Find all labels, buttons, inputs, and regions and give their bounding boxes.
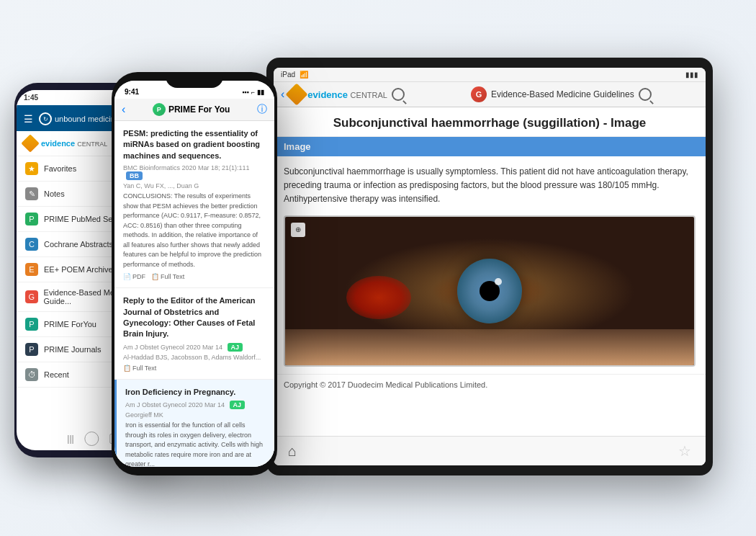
tablet-article-description: Subconjunctival haemmorrhage is usually … — [274, 156, 706, 215]
article-badge: AJ — [230, 401, 246, 409]
article-badge: BB — [126, 171, 143, 180]
eye-iris — [457, 259, 522, 323]
phone-wifi-icon: ⌐ — [251, 89, 255, 96]
tablet-article-title: Subconjunctival haemmorrhage (suggillati… — [274, 107, 706, 137]
prime-pubmed-icon: P — [25, 213, 38, 225]
prime-foryou-icon: P — [25, 318, 38, 331]
pdf-link[interactable]: 📄 PDF — [123, 273, 145, 280]
phone-nav-bar: ‹ P PRIME For You ⓘ — [114, 99, 274, 121]
bottom-bars-icon[interactable]: ||| — [67, 434, 73, 444]
tablet-bottom-bar: ⌂ ☆ — [274, 436, 706, 465]
article-title: PESM: predicting the essentiality of miR… — [123, 128, 266, 161]
phone-signal-icon: ▪▪▪ — [242, 89, 249, 96]
phone-notch — [166, 72, 223, 88]
article-badge: AJ — [228, 343, 243, 352]
article-meta: Am J Obstet Gynecol 2020 Mar 14 AJ — [125, 401, 266, 409]
tablet-status-left: iPad 📶 — [281, 71, 308, 79]
eye-highlight — [495, 278, 502, 285]
tablet-device: iPad 📶 ▮▮▮ ‹ evidence CENTRAL G — [266, 58, 713, 475]
tablet-nav-left: ‹ evidence CENTRAL — [281, 86, 418, 102]
phone-battery-icon: ▮▮ — [257, 89, 264, 96]
ec-logo-tablet: evidence CENTRAL — [289, 86, 387, 102]
phone-nav-title-text: PRIME For You — [168, 104, 230, 115]
pdf-icon: 📄 — [123, 273, 131, 280]
notes-icon: ✎ — [25, 187, 38, 200]
favorites-icon: ★ — [25, 162, 38, 175]
tablet-nav-bar: ‹ evidence CENTRAL G Evidence-Based Medi… — [274, 82, 706, 107]
tablet-home-icon[interactable]: ⌂ — [288, 443, 297, 460]
tablet-star-icon[interactable]: ☆ — [678, 442, 691, 460]
eye-image[interactable]: ⊕ — [284, 215, 696, 367]
guidelines-g-icon: G — [471, 86, 487, 102]
search-icon-right-tablet[interactable] — [639, 88, 652, 101]
phone-status-right: ▪▪▪ ⌐ ▮▮ — [242, 89, 264, 96]
sidebar-label-recent: Recent — [44, 370, 69, 379]
sidebar-label-prime-journals: PRIME Journals — [44, 345, 101, 354]
sidebar-label-notes: Notes — [44, 189, 65, 198]
ec-diamond-icon — [21, 134, 39, 152]
ebm-guidelines-icon: G — [25, 290, 38, 303]
ec-logo-text: evidence CENTRAL — [41, 139, 107, 148]
list-item[interactable]: PESM: predicting the essentiality of miR… — [114, 121, 274, 288]
article-links: 📄 PDF 📋 Full Text — [123, 273, 266, 280]
ec-diamond-icon-tablet — [286, 83, 308, 105]
bottom-home-icon[interactable] — [85, 432, 99, 446]
phone-back-button[interactable]: ‹ — [122, 103, 125, 116]
list-item[interactable]: Reply to the Editor of the American Jour… — [114, 288, 274, 380]
cochrane-icon: C — [25, 238, 38, 251]
ee-poem-icon: E — [25, 263, 38, 276]
unbound-logo: ↻ unbound medicine — [39, 112, 120, 125]
guidelines-nav-text: Evidence-Based Medicine Guidelines — [491, 89, 634, 99]
prime-journals-icon: P — [25, 343, 38, 356]
tablet-screen: iPad 📶 ▮▮▮ ‹ evidence CENTRAL G — [274, 68, 706, 465]
ec-text-tablet: evidence CENTRAL — [307, 89, 387, 100]
fulltext-link[interactable]: 📋 Full Text — [151, 273, 184, 280]
tablet-back-button[interactable]: ‹ — [281, 88, 284, 101]
tablet-section-header: Image — [274, 137, 706, 156]
fulltext-icon: 📋 — [123, 365, 131, 372]
eye-red-area — [346, 276, 411, 319]
phone-time: 9:41 — [125, 88, 139, 96]
recent-icon: ⏱ — [25, 368, 38, 381]
guidelines-nav: G Evidence-Based Medicine Guidelines — [471, 86, 634, 102]
tablet-status-bar: iPad 📶 ▮▮▮ — [274, 68, 706, 82]
zoom-icon[interactable]: ⊕ — [291, 223, 305, 237]
tablet-nav-center: G Evidence-Based Medicine Guidelines — [424, 86, 698, 102]
article-authors: Yan C, Wu FX, ..., Duan G — [123, 182, 266, 189]
phone-articles-list: PESM: predicting the essentiality of miR… — [114, 121, 274, 467]
phone-screen: 9:41 ▪▪▪ ⌐ ▮▮ ‹ P PRIME For You ⓘ PESM: … — [114, 81, 274, 467]
foreground-phone: 9:41 ▪▪▪ ⌐ ▮▮ ‹ P PRIME For You ⓘ PESM: … — [112, 72, 277, 475]
search-icon-tablet[interactable] — [392, 88, 405, 101]
eye-lower-lid — [285, 329, 694, 365]
article-meta: BMC Bioinformatics 2020 Mar 18; 21(1):11… — [123, 164, 266, 180]
sidebar-label-ee-poem: EE+ POEM Archive — [44, 265, 113, 274]
article-authors: Georgieff MK — [125, 411, 266, 419]
unbound-circle-icon: ↻ — [39, 112, 52, 125]
prime-for-you-icon: P — [153, 103, 166, 116]
article-title: Reply to the Editor of the American Jour… — [123, 295, 266, 340]
phone-nav-title: P PRIME For You — [153, 103, 230, 116]
tablet-wifi-icon: 📶 — [300, 71, 308, 79]
article-authors: Al-Haddad BJS, Jacobsson B, Adams Waldor… — [123, 354, 266, 361]
bg-phone-time: 1:45 — [24, 94, 38, 102]
hamburger-icon[interactable]: ☰ — [24, 113, 33, 125]
sidebar-label-cochrane: Cochrane Abstracts — [44, 240, 113, 249]
list-item[interactable]: Iron Deficiency in Pregnancy. Am J Obste… — [114, 380, 274, 467]
article-abstract: Iron is essential for the function of al… — [125, 421, 266, 467]
article-title: Iron Deficiency in Pregnancy. — [125, 387, 266, 398]
sidebar-label-favorites: Favorites — [44, 164, 76, 173]
article-abstract: CONCLUSIONS: The results of experiments … — [123, 192, 266, 269]
article-links: 📋 Full Text — [123, 365, 266, 372]
article-meta: Am J Obstet Gynecol 2020 Mar 14 AJ — [123, 343, 266, 352]
phone-info-icon[interactable]: ⓘ — [257, 103, 267, 116]
tablet-content: Subconjunctival haemmorrhage (suggillati… — [274, 107, 706, 436]
fulltext-link[interactable]: 📋 Full Text — [123, 365, 156, 372]
tablet-device-name: iPad — [281, 71, 295, 79]
tablet-copyright: Copyright © 2017 Duodecim Medical Public… — [274, 374, 706, 395]
sidebar-label-prime-foryou: PRIME ForYou — [44, 320, 96, 329]
unbound-logo-text: unbound medicine — [55, 115, 120, 123]
tablet-battery-icon: ▮▮▮ — [685, 71, 698, 79]
bg-phone-header-icons: ☰ ↻ unbound medicine — [24, 112, 120, 125]
fulltext-icon: 📋 — [151, 273, 159, 280]
